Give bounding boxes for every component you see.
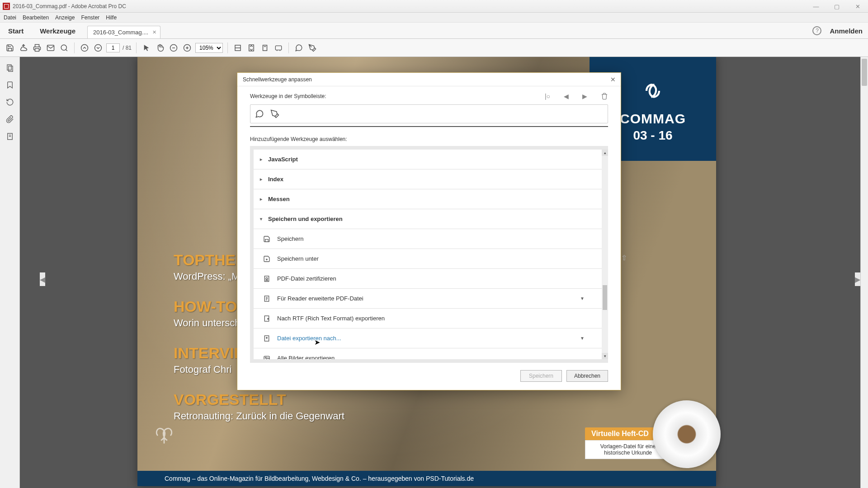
category-javascript[interactable]: ▸JavaScript <box>254 150 602 169</box>
cert-icon <box>263 275 271 283</box>
prev-page-handle[interactable]: ◀ <box>40 272 45 286</box>
available-tools-box: ▸JavaScript▸Index▸Messen▾Speichern und e… <box>250 146 608 363</box>
highlight-icon[interactable] <box>307 42 318 53</box>
page-number-input[interactable] <box>106 43 120 52</box>
images-icon <box>263 354 271 360</box>
svg-point-2 <box>61 45 66 50</box>
save-button: Speichern <box>520 370 562 382</box>
app-icon <box>3 3 10 10</box>
print-icon[interactable] <box>32 42 42 53</box>
fit-page-icon[interactable] <box>246 42 257 53</box>
menu-file[interactable]: Datei <box>4 14 16 21</box>
next-page-handle[interactable]: ▶ <box>855 272 860 286</box>
window-maximize-button[interactable]: ▢ <box>826 0 847 13</box>
comment-icon[interactable] <box>293 42 304 53</box>
svg-point-29 <box>265 357 267 358</box>
menu-window[interactable]: Fenster <box>81 14 99 21</box>
tool-item-speichern-unter[interactable]: Speichern unter <box>254 249 602 269</box>
category-messen[interactable]: ▸Messen <box>254 189 602 209</box>
signin-link[interactable]: Anmelden <box>830 27 863 35</box>
vertical-scrollbar[interactable] <box>860 57 868 488</box>
mail-icon[interactable] <box>45 42 56 53</box>
svg-rect-15 <box>275 46 281 50</box>
tool-item-nach-rtf-rich-text-format-exportieren[interactable]: Nach RTF (Rich Text Format) exportieren <box>254 309 602 328</box>
tool-item-alle-bilder-exportieren[interactable]: Alle Bilder exportieren <box>254 348 602 359</box>
add-to-toolbar-icon[interactable]: ⇧ <box>621 253 627 262</box>
tab-tools[interactable]: Werkzeuge <box>32 23 84 38</box>
delete-icon[interactable] <box>601 93 608 100</box>
move-right-icon[interactable]: ▶ <box>582 93 587 100</box>
dialog-titlebar: Schnellwerkzeuge anpassen ✕ <box>237 73 621 86</box>
main-toolbar: / 81 105% <box>0 39 868 57</box>
menu-help[interactable]: Hilfe <box>106 14 117 21</box>
zoom-select[interactable]: 105% <box>195 43 223 53</box>
page-up-icon[interactable] <box>79 42 90 53</box>
svg-point-24 <box>266 277 268 279</box>
page-total-label: / 81 <box>123 45 132 51</box>
svg-rect-19 <box>9 66 13 71</box>
move-left-icon[interactable]: ◀ <box>564 93 569 100</box>
cancel-button[interactable]: Abbrechen <box>566 370 608 382</box>
tool-item-pdf-datei-zertifizieren[interactable]: PDF-Datei zertifizieren <box>254 269 602 289</box>
add-tools-label: Hinzuzufügende Werkzeuge auswählen: <box>250 136 608 142</box>
attachments-icon[interactable] <box>5 115 14 124</box>
save-icon[interactable] <box>5 42 15 53</box>
fit-width-icon[interactable] <box>232 42 243 53</box>
tool-highlight-icon[interactable] <box>270 109 279 118</box>
page-footer: Commag – das Online-Magazin für Bildbear… <box>137 471 716 486</box>
toolbar-tools-label: Werkzeuge in der Symbolleiste: <box>250 93 326 99</box>
rotate-icon[interactable] <box>259 42 270 53</box>
saveas-icon <box>263 255 271 263</box>
thumbnails-icon[interactable] <box>5 63 14 72</box>
svg-rect-14 <box>263 45 267 51</box>
tab-close-icon[interactable]: ✕ <box>152 29 156 35</box>
category-speichern-und-exportieren[interactable]: ▾Speichern und exportieren <box>254 209 602 229</box>
customize-tools-dialog: Schnellwerkzeuge anpassen ✕ Werkzeuge in… <box>237 72 621 390</box>
category-index[interactable]: ▸Index <box>254 169 602 189</box>
svg-point-4 <box>81 44 88 51</box>
insert-separator-icon[interactable]: |○ <box>545 93 550 100</box>
left-nav-rail <box>0 57 20 488</box>
window-title: 2016-03_Commag.pdf - Adobe Acrobat Pro D… <box>13 3 126 9</box>
svg-rect-18 <box>7 65 11 70</box>
page-down-icon[interactable] <box>93 42 104 53</box>
menu-edit[interactable]: Bearbeiten <box>23 14 49 21</box>
dialog-close-button[interactable]: ✕ <box>608 75 618 84</box>
svg-line-3 <box>66 49 67 51</box>
reader-icon <box>263 295 271 303</box>
zoom-in-icon[interactable] <box>182 42 193 53</box>
footer-text: Commag – das Online-Magazin für Bildbear… <box>165 475 474 482</box>
svg-point-5 <box>95 44 102 51</box>
brand-title: COMMAG <box>620 111 686 127</box>
tools-scrollbar[interactable]: ▴ ▾ <box>602 150 608 359</box>
bookmarks-icon[interactable] <box>5 80 14 89</box>
cloud-icon[interactable] <box>18 42 29 53</box>
tool-comment-icon[interactable] <box>255 109 264 118</box>
layers-icon[interactable] <box>5 132 14 141</box>
read-mode-icon[interactable] <box>273 42 284 53</box>
tool-item-datei-exportieren-nach-[interactable]: Datei exportieren nach...▼ <box>254 328 602 348</box>
window-close-button[interactable]: ✕ <box>847 0 868 13</box>
brand-logo-icon <box>637 75 669 107</box>
headline-sub: Retronauting: Zurück in die Gegenwart <box>174 410 467 422</box>
current-toolbar-strip[interactable] <box>250 104 608 123</box>
brand-issue: 03 - 16 <box>633 128 672 143</box>
zoom-out-icon[interactable] <box>168 42 179 53</box>
hand-tool-icon[interactable] <box>155 42 165 53</box>
help-icon[interactable]: ? <box>812 26 821 35</box>
search-icon[interactable] <box>59 42 70 53</box>
dialog-title: Schnellwerkzeuge anpassen <box>243 76 312 83</box>
tab-start[interactable]: Start <box>0 23 32 38</box>
window-minimize-button[interactable]: — <box>806 0 826 13</box>
tool-item-speichern[interactable]: Speichern <box>254 229 602 249</box>
svg-rect-23 <box>264 276 269 282</box>
select-tool-icon[interactable] <box>141 42 152 53</box>
cd-disc-icon <box>653 400 721 468</box>
menu-view[interactable]: Anzeige <box>55 14 75 21</box>
window-titlebar: 2016-03_Commag.pdf - Adobe Acrobat Pro D… <box>0 0 868 13</box>
rotate-nav-icon[interactable] <box>5 98 14 107</box>
document-tab-label: 2016-03_Commag.... <box>93 29 148 36</box>
document-tab[interactable]: 2016-03_Commag.... ✕ <box>87 26 160 38</box>
tool-item-f-r-reader-erweiterte-pdf-datei[interactable]: Für Reader erweiterte PDF-Datei▼ <box>254 289 602 309</box>
butterfly-logo-icon <box>148 423 180 450</box>
